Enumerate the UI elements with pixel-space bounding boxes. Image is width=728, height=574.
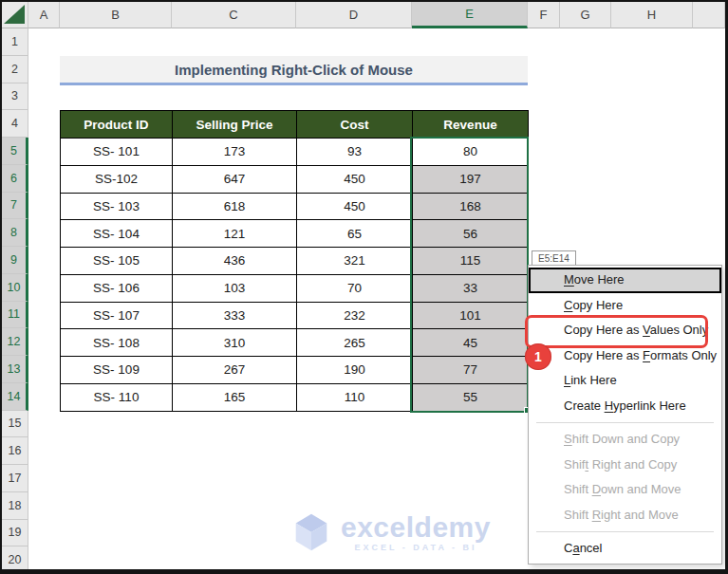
table-cell[interactable]: 333	[173, 303, 297, 330]
table-cell[interactable]: 55	[413, 384, 529, 412]
menu-item-label: ormats Only	[650, 348, 717, 362]
row-header-18[interactable]: 18	[2, 492, 28, 520]
menu-item-copy-here[interactable]: Copy Here	[529, 293, 721, 319]
table-cell[interactable]: 618	[173, 194, 297, 221]
column-header-d[interactable]: D	[296, 2, 412, 28]
row-header-20[interactable]: 20	[2, 546, 28, 574]
table-cell[interactable]: SS- 110	[61, 384, 173, 412]
column-header-h[interactable]: H	[611, 2, 693, 28]
table-cell[interactable]: 110	[297, 384, 413, 412]
row-header-12[interactable]: 12	[2, 328, 28, 356]
row-header-14[interactable]: 14	[2, 383, 28, 411]
table-cell[interactable]: SS-102	[61, 166, 173, 194]
excel-screenshot: ABCDEFGH 1234567891011121314151617181920…	[0, 0, 728, 574]
row-header-19[interactable]: 19	[2, 520, 28, 547]
table-header-product-id[interactable]: Product ID	[61, 111, 173, 139]
table-cell[interactable]: 121	[173, 220, 297, 248]
menu-item-label: R	[592, 508, 601, 522]
table-cell[interactable]: 65	[297, 220, 413, 248]
row-header-2[interactable]: 2	[2, 56, 28, 83]
menu-item-label: Shift	[564, 508, 592, 522]
table-cell[interactable]: SS- 101	[61, 139, 173, 166]
table-cell[interactable]: 450	[297, 166, 413, 194]
table-cell[interactable]: 33	[413, 275, 529, 303]
row-header-1[interactable]: 1	[2, 28, 28, 56]
row-header-11[interactable]: 11	[2, 302, 28, 329]
table-cell[interactable]: 450	[297, 194, 413, 221]
menu-item-label: Create	[564, 398, 605, 413]
menu-item-label: Shift	[564, 482, 592, 496]
table-cell[interactable]: 647	[173, 166, 297, 194]
menu-item-label: M	[564, 272, 574, 287]
row-header-10[interactable]: 10	[2, 274, 28, 302]
menu-item-copy-here-as-formats-only[interactable]: Copy Here as Formats Only	[529, 343, 721, 369]
table-cell[interactable]: 45	[413, 329, 529, 357]
table-cell[interactable]: 232	[297, 303, 413, 330]
menu-item-label: ight and Move	[601, 508, 679, 522]
table-cell[interactable]: 190	[297, 357, 413, 384]
menu-item-link-here[interactable]: Link Here	[529, 368, 721, 394]
row-header-9[interactable]: 9	[2, 247, 28, 274]
table-cell[interactable]: 168	[413, 194, 529, 221]
table-cell[interactable]: 77	[413, 357, 529, 384]
table-cell[interactable]: 197	[413, 166, 529, 194]
row-header-5[interactable]: 5	[2, 138, 28, 165]
row-header-4[interactable]: 4	[2, 110, 28, 138]
annotation-badge: 1	[525, 343, 551, 370]
row-header-13[interactable]: 13	[2, 356, 28, 383]
menu-item-label: ove Here	[574, 272, 625, 287]
table-cell[interactable]: 101	[413, 303, 529, 330]
row-header-8[interactable]: 8	[2, 219, 28, 247]
menu-item-label: alues Only	[650, 323, 708, 337]
table-cell[interactable]: 56	[413, 220, 529, 248]
table-cell[interactable]: 173	[173, 139, 297, 166]
row-header-17[interactable]: 17	[2, 465, 28, 492]
menu-item-label: yperlink Here	[613, 398, 686, 413]
column-header-f[interactable]: F	[528, 2, 560, 28]
table-cell[interactable]: 103	[173, 275, 297, 303]
table-cell[interactable]: 93	[297, 139, 413, 166]
menu-item-move-here[interactable]: Move Here	[529, 268, 721, 293]
column-header-g[interactable]: G	[560, 2, 611, 28]
menu-item-label: ink Here	[570, 373, 616, 387]
menu-item-create-hyperlink-here[interactable]: Create Hyperlink Here	[529, 394, 721, 419]
table-cell[interactable]: SS- 109	[61, 357, 173, 384]
column-header-partial[interactable]	[693, 2, 725, 28]
column-header-a[interactable]: A	[28, 2, 60, 28]
table-cell[interactable]: SS- 108	[61, 329, 173, 357]
column-header-c[interactable]: C	[172, 2, 296, 28]
table-cell[interactable]: 70	[297, 275, 413, 303]
menu-item-copy-here-as-values-only[interactable]: Copy Here as Values Only	[529, 318, 721, 343]
table-cell[interactable]: 165	[173, 384, 297, 412]
table-cell[interactable]: SS- 103	[61, 194, 173, 221]
table-cell[interactable]: 265	[297, 329, 413, 357]
column-header-b[interactable]: B	[60, 2, 172, 28]
table-cell[interactable]: 310	[173, 329, 297, 357]
row-header-15[interactable]: 15	[2, 411, 28, 438]
table-cell[interactable]: 80	[413, 139, 529, 166]
table-header-revenue[interactable]: Revenue	[413, 111, 529, 139]
row-header-column: 1234567891011121314151617181920	[2, 28, 28, 574]
select-all-triangle-icon	[4, 5, 25, 24]
row-header-16[interactable]: 16	[2, 437, 28, 465]
row-header-6[interactable]: 6	[2, 165, 28, 193]
table-cell[interactable]: SS- 107	[61, 303, 173, 330]
table-cell[interactable]: 267	[173, 357, 297, 384]
table-header-selling-price[interactable]: Selling Price	[173, 111, 297, 139]
table-cell[interactable]: 115	[413, 248, 529, 275]
context-menu: Move HereCopy HereCopy Here as Values On…	[528, 265, 722, 565]
worksheet-title-cell[interactable]: Implementing Right-Click of Mouse	[60, 56, 528, 86]
row-header-3[interactable]: 3	[2, 83, 28, 111]
table-cell[interactable]: 436	[173, 248, 297, 275]
menu-item-cancel[interactable]: Cancel	[529, 536, 721, 562]
menu-item-label: Right and Copy	[588, 457, 677, 472]
table-cell[interactable]: SS- 105	[61, 248, 173, 275]
row-header-7[interactable]: 7	[2, 193, 28, 220]
table-cell[interactable]: SS- 104	[61, 220, 173, 248]
menu-item-shift-right-and-copy: Shift Right and Copy	[529, 453, 721, 478]
table-header-cost[interactable]: Cost	[297, 111, 413, 139]
column-header-e[interactable]: E	[412, 2, 528, 28]
select-all-button[interactable]	[2, 2, 28, 28]
table-cell[interactable]: SS- 106	[61, 275, 173, 303]
table-cell[interactable]: 321	[297, 248, 413, 275]
